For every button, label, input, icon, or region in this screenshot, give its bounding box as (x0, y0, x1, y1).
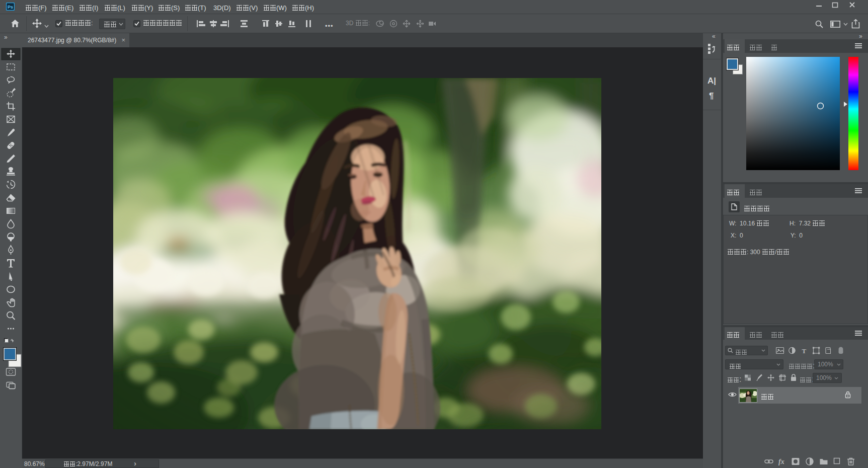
svg-text:fx: fx (778, 458, 784, 465)
svg-text:Ps: Ps (8, 5, 13, 10)
svg-text:T: T (802, 347, 807, 355)
